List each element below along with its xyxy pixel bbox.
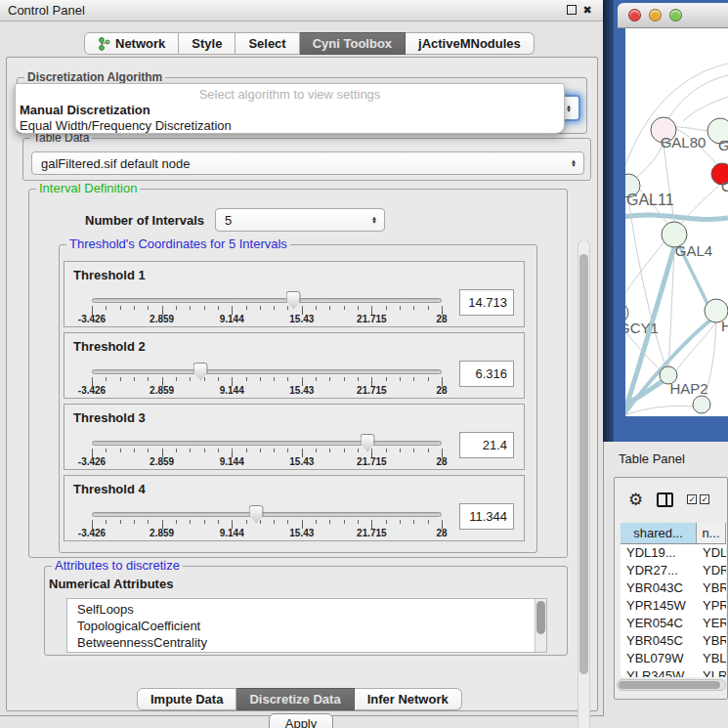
threshold-value-field[interactable]: 21.4 [459, 432, 514, 458]
network-node[interactable] [693, 396, 710, 413]
cell-shared-name[interactable]: YER054C [621, 615, 697, 632]
table-row[interactable]: YLR345WYLR3... [621, 667, 726, 677]
table-row[interactable]: YBR045CYBR0... [621, 632, 726, 650]
threshold-rows: Threshold 1 -3.4262.8599.14415.4321.7152… [64, 261, 525, 546]
attribute-item[interactable]: SelfLoops [77, 601, 546, 618]
table-row[interactable]: YDL19...YDL1... [621, 544, 726, 562]
network-icon [98, 37, 110, 51]
table-row[interactable]: YBL079WYBL0... [621, 650, 726, 667]
gear-icon[interactable]: ⚙ [628, 492, 643, 508]
tab-jactivemnodules[interactable]: jActiveMNodules [406, 32, 535, 55]
threshold-label: Threshold 1 [73, 268, 146, 282]
tab-impute-data-label: Impute Data [150, 692, 223, 707]
mac-minimize-button[interactable] [649, 9, 662, 21]
slider-tick-labels: -3.4262.8599.14415.4321.71528 [92, 528, 442, 539]
cell-shared-name[interactable]: YLR345W [621, 667, 697, 677]
main-scrollbar[interactable] [578, 239, 590, 728]
number-of-intervals-combo[interactable]: 5 ▲▼ [215, 208, 385, 232]
table-row[interactable]: YBR043CYBR0... [621, 579, 726, 597]
cell-name[interactable]: YDR2... [697, 562, 726, 579]
cell-name[interactable]: YER0... [697, 615, 726, 632]
algorithm-dropdown-popup: Select algorithm to view settings Manual… [15, 83, 565, 134]
threshold-label: Threshold 4 [73, 482, 146, 496]
cell-name[interactable]: YBL0... [697, 650, 726, 667]
tick-label: 28 [436, 456, 447, 467]
desktop-edge [603, 0, 614, 442]
threshold-slider-track[interactable] [92, 369, 442, 374]
cell-name[interactable]: YPR1... [697, 597, 726, 615]
tab-style[interactable]: Style [179, 32, 236, 55]
main-scrollbar-thumb[interactable] [579, 254, 588, 674]
tab-select[interactable]: Select [236, 32, 299, 55]
table-data-combo[interactable]: galFiltered.sif default node ▲▼ [31, 151, 584, 175]
attributes-scrollbar[interactable] [535, 599, 546, 652]
control-panel-title: Control Panel [8, 3, 564, 18]
tab-network-label: Network [115, 36, 165, 51]
network-node-label: GA [718, 137, 728, 153]
cell-shared-name[interactable]: YPR145W [621, 597, 697, 615]
table-row[interactable]: YER054CYER0... [621, 615, 726, 632]
threshold-slider-track[interactable] [92, 512, 442, 517]
network-edge [625, 215, 728, 220]
mac-close-button[interactable] [628, 9, 641, 21]
cell-name[interactable]: YLR3... [697, 667, 726, 677]
network-node-label: C [721, 178, 728, 194]
column-header-shared-name[interactable]: shared... [621, 523, 697, 543]
table-data-group: Table Data galFiltered.sif default node … [22, 138, 591, 181]
table-row[interactable]: YPR145WYPR1... [621, 597, 726, 615]
split-columns-icon[interactable] [657, 492, 673, 507]
threshold-value-field[interactable]: 14.713 [459, 289, 514, 316]
control-panel-titlebar: Control Panel ✖ [0, 0, 603, 21]
apply-button[interactable]: Apply [269, 713, 333, 728]
network-edge [625, 406, 702, 415]
mac-zoom-button[interactable] [669, 9, 682, 21]
threshold-value-field[interactable]: 6.316 [459, 361, 514, 387]
threshold-slider-track[interactable] [92, 441, 442, 446]
tab-impute-data[interactable]: Impute Data [137, 688, 236, 710]
network-canvas[interactable]: GAL80GAGAL11CGAL4GCY1HHAP2 [625, 28, 728, 416]
table-row[interactable]: YDR27...YDR2... [621, 562, 726, 579]
threshold-value-field[interactable]: 11.344 [459, 503, 514, 530]
column-header-name[interactable]: n... [697, 523, 726, 543]
tab-infer-network[interactable]: Infer Network [355, 688, 462, 710]
tab-cyni-toolbox-label: Cyni Toolbox [313, 36, 392, 51]
popup-item-manual-discretization[interactable]: Manual Discretization [20, 103, 150, 117]
table-horizontal-scrollbar-thumb[interactable] [619, 681, 720, 689]
cell-shared-name[interactable]: YBL079W [621, 650, 697, 667]
cell-name[interactable]: YBR0... [697, 632, 726, 650]
cell-shared-name[interactable]: YDL19... [621, 544, 697, 562]
cell-name[interactable]: YBR0... [697, 579, 726, 597]
attribute-item[interactable]: TopologicalCoefficient [77, 618, 546, 634]
tab-discretize-data[interactable]: Discretize Data [236, 688, 354, 710]
node-attribute-table[interactable]: shared... n... YDL19...YDL1...YDR27...YD… [621, 523, 726, 677]
cell-shared-name[interactable]: YBR043C [621, 579, 697, 597]
tick-label: 9.144 [220, 314, 244, 324]
tab-infer-network-label: Infer Network [367, 692, 449, 707]
numerical-attributes-list[interactable]: SelfLoopsTopologicalCoefficientBetweenne… [66, 598, 547, 653]
tick-label: 21.715 [357, 314, 387, 324]
table-horizontal-scrollbar[interactable] [617, 679, 726, 691]
tick-label: -3.426 [78, 528, 106, 538]
tick-label: 9.144 [220, 456, 244, 467]
cell-name[interactable]: YDL1... [697, 544, 726, 562]
checked-checkbox-icon[interactable]: ✓ [687, 494, 697, 504]
tick-label: 2.859 [150, 314, 174, 324]
tab-jactivemnodules-label: jActiveMNodules [418, 36, 521, 51]
popup-item-equal-width-frequency[interactable]: Equal Width/Frequency Discretization [20, 118, 232, 133]
tab-cyni-toolbox[interactable]: Cyni Toolbox [300, 32, 406, 55]
attributes-scrollbar-thumb[interactable] [536, 601, 545, 634]
network-edge [668, 75, 728, 118]
attribute-item[interactable]: BetweennessCentrality [77, 634, 546, 651]
cell-shared-name[interactable]: YBR045C [621, 632, 697, 650]
attributes-group: Attributes to discretize Numerical Attri… [44, 566, 568, 656]
close-icon[interactable]: ✖ [579, 4, 595, 17]
tick-label: 15.43 [289, 314, 314, 324]
cell-shared-name[interactable]: YDR27... [621, 562, 697, 579]
tab-network[interactable]: Network [84, 32, 179, 55]
checked-checkbox-icon[interactable]: ✓ [700, 494, 709, 504]
threshold-slider-track[interactable] [92, 298, 442, 303]
combo-arrows-icon: ▲▼ [571, 159, 577, 167]
threshold-label: Threshold 2 [73, 339, 146, 354]
float-window-icon[interactable] [564, 5, 579, 17]
table-panel-header: Table Panel [604, 442, 728, 475]
